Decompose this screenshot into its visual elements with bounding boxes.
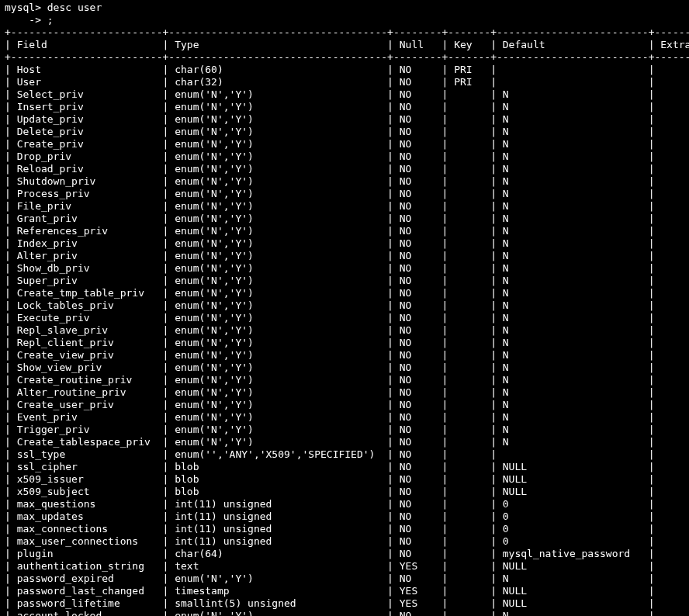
- mysql-terminal-output: mysql> desc user -> ; +-----------------…: [0, 0, 689, 616]
